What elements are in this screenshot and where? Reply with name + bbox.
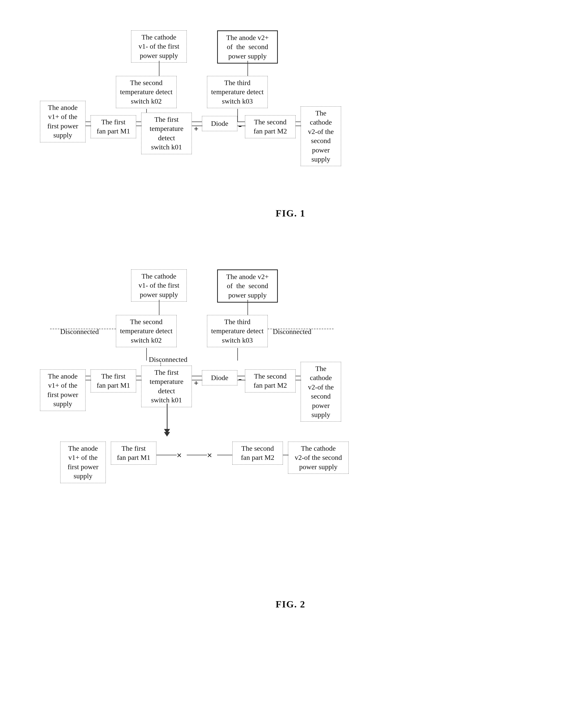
fig1-cathode-v2-box: Thecathodev2-of thesecondpowersupply <box>301 106 341 166</box>
fig1-first-fan-box: The firstfan part M1 <box>90 115 136 138</box>
fig1-diagram: The cathodev1- of the firstpower supply … <box>25 25 556 203</box>
fig1-container: The cathodev1- of the firstpower supply … <box>25 15 556 229</box>
fig1-third-temp-box: The thirdtemperature detectswitch k03 <box>207 76 268 108</box>
fig1-first-temp-box: The firsttemperaturedetectswitch k01 <box>141 113 192 154</box>
fig2-third-temp-box: The thirdtemperature detectswitch k03 <box>207 315 268 347</box>
fig2-cathode-v2-bottom: The cathodev2-of the secondpower supply <box>288 442 349 474</box>
fig1-label: FIG. 1 <box>25 208 556 219</box>
fig2-first-fan-box: The firstfan part M1 <box>90 369 136 392</box>
fig2-cathode-v2-box: Thecathodev2-of thesecondpowersupply <box>301 362 341 422</box>
fig1-second-fan-box: The secondfan part M2 <box>245 115 296 138</box>
fig1-second-temp-box: The secondtemperature detectswitch k02 <box>116 76 177 108</box>
fig2-anode-v1-box: The anodev1+ of thefirst powersupply <box>40 369 86 411</box>
fig2-x-mark-2: × <box>207 450 212 461</box>
fig2-minus: - <box>238 375 242 383</box>
fig2-second-fan-bottom: The secondfan part M2 <box>232 442 283 465</box>
fig2-anode-v2-box: The anode v2+of the secondpower supply <box>217 269 278 303</box>
fig2-disconnected3: Disconnected <box>149 356 187 364</box>
fig2-x-mark-1: × <box>177 450 182 461</box>
fig2-container: The cathodev1- of the firstpower supply … <box>25 254 556 620</box>
fig1-anode-v1-box: The anodev1+ of thefirst powersupply <box>40 101 86 142</box>
page-container: The cathodev1- of the firstpower supply … <box>20 15 561 620</box>
fig1-cathode-v1-box: The cathodev1- of the firstpower supply <box>131 30 187 62</box>
fig2-second-temp-box: The secondtemperature detectswitch k02 <box>116 315 177 347</box>
fig2-label: FIG. 2 <box>25 599 556 610</box>
fig1-anode-v2-box: The anode v2+of the secondpower supply <box>217 30 278 63</box>
fig2-first-temp-box: The firsttemperaturedetectswitch k01 <box>141 366 192 407</box>
fig2-cathode-v1-box: The cathodev1- of the firstpower supply <box>131 269 187 302</box>
fig2-diagram: The cathodev1- of the firstpower supply … <box>25 264 556 594</box>
fig2-anode-v1-bottom: The anodev1+ of thefirst powersupply <box>60 442 106 483</box>
fig1-diode-box: Diode <box>202 116 238 131</box>
fig2-first-fan-bottom: The firstfan part M1 <box>111 442 157 465</box>
fig2-second-fan-box: The secondfan part M2 <box>245 369 296 392</box>
fig2-double-arrow <box>163 404 171 437</box>
fig2-diode-box: Diode <box>202 370 238 385</box>
